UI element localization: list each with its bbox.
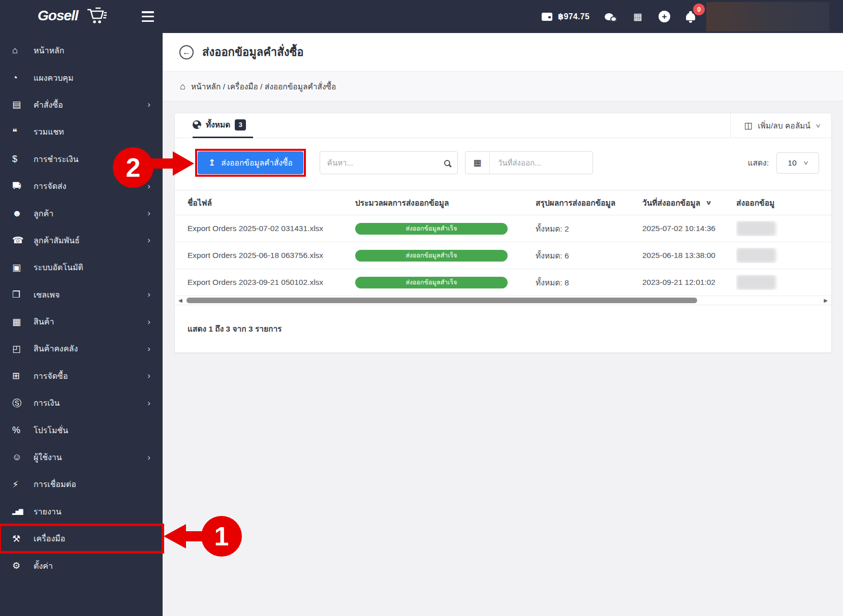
column-header-1: ชื่อไฟล์ bbox=[175, 197, 355, 209]
annotation-arrow-2-head bbox=[173, 151, 194, 176]
sidebar-item-15[interactable]: %โปรโมชั่น bbox=[0, 416, 163, 443]
annotation-arrow-2 bbox=[150, 158, 175, 169]
notification-badge: 0 bbox=[693, 4, 705, 15]
add-icon[interactable]: + bbox=[659, 0, 670, 33]
sidebar-item-label: การเงิน bbox=[34, 397, 147, 409]
sidebar-item-11[interactable]: ▦สินค้า› bbox=[0, 308, 163, 335]
chat-icon[interactable] bbox=[605, 0, 613, 33]
sidebar-item-18[interactable]: ▂▅▇รายงาน bbox=[0, 498, 163, 525]
tools-icon: ⚒ bbox=[12, 533, 34, 544]
scrollbar-track[interactable] bbox=[185, 298, 822, 303]
sidebar-item-8[interactable]: ☎ลูกค้าสัมพันธ์› bbox=[0, 227, 163, 254]
sidebar-item-14[interactable]: Ⓢการเงิน› bbox=[0, 390, 163, 416]
annotation-step-1-badge: 1 bbox=[201, 516, 242, 557]
promotion-icon: % bbox=[12, 425, 34, 436]
search-box bbox=[320, 151, 458, 174]
export-orders-button[interactable]: ↥ ส่งออกข้อมูลคำสั่งซื้อ bbox=[198, 151, 303, 174]
export-date-cell: 2025-07-02 10:14:36 bbox=[642, 224, 736, 233]
app-logo-text: Gosell bbox=[38, 8, 78, 24]
breadcrumb-path: หน้าหลัก / เครื่องมือ / ส่งออกข้อมูลคำสั… bbox=[191, 80, 336, 93]
scroll-right-icon[interactable]: ▶ bbox=[824, 298, 828, 303]
sidebar-item-12[interactable]: ◰สินค้าคงคลัง› bbox=[0, 335, 163, 362]
sidebar-item-16[interactable]: ☺ผู้ใช้งาน› bbox=[0, 444, 163, 471]
sidebar-item-1[interactable]: ⌂หน้าหลัก bbox=[0, 37, 163, 64]
summary-cell: ทั้งหมด: 8 bbox=[536, 276, 642, 289]
add-remove-columns-label: เพิ่ม/ลบ คอลัมน์ bbox=[758, 119, 810, 132]
payment-icon: $ bbox=[12, 154, 34, 165]
chevron-right-icon: › bbox=[147, 289, 150, 300]
export-date-filter[interactable]: ▦ วันที่ส่งออก... bbox=[465, 151, 593, 174]
back-button[interactable]: ← bbox=[179, 45, 194, 59]
table-body: Export Orders 2025-07-02 031431.xlsxส่งอ… bbox=[175, 215, 831, 296]
sidebar-item-label: การจัดซื้อ bbox=[34, 370, 147, 382]
chevron-right-icon: › bbox=[147, 181, 150, 191]
page-size-group: แสดง: 10 ∨ bbox=[748, 152, 819, 174]
column-header-4: วันที่ส่งออกข้อมูล∨ bbox=[642, 197, 736, 209]
sidebar-item-10[interactable]: ❐เซลเพจ› bbox=[0, 281, 163, 308]
top-navbar: Gosell ฿974.75 ▦ + 0 bbox=[0, 0, 843, 33]
table-row-1: Export Orders 2025-07-02 031431.xlsxส่งอ… bbox=[175, 215, 831, 242]
users-icon: ☺ bbox=[12, 452, 34, 463]
sidebar-item-13[interactable]: ⊞การจัดซื้อ› bbox=[0, 363, 163, 390]
tab-all[interactable]: ทั้งหมด 3 bbox=[193, 113, 253, 138]
sidebar-item-3[interactable]: ▤คำสั่งซื้อ› bbox=[0, 91, 163, 118]
table-toolbar: ↥ ส่งออกข้อมูลคำสั่งซื้อ ▦ วันที่ส่งออก.… bbox=[175, 138, 831, 187]
sidebar-item-17[interactable]: ⚡การเชื่อมต่อ bbox=[0, 471, 163, 498]
chevron-right-icon: › bbox=[147, 208, 150, 218]
exported-by-cell bbox=[736, 221, 831, 236]
sort-icon[interactable]: ∨ bbox=[705, 199, 712, 206]
column-header-label: ชื่อไฟล์ bbox=[188, 199, 212, 207]
sidebar-item-7[interactable]: ☻ลูกค้า› bbox=[0, 200, 163, 226]
sidebar-menu: ⌂หน้าหลัก◔แผงควบคุม▤คำสั่งซื้อ›❝รวมแชท$ก… bbox=[0, 33, 163, 616]
chevron-right-icon: › bbox=[147, 452, 150, 463]
page-size-select[interactable]: 10 ∨ bbox=[776, 152, 819, 174]
export-date-placeholder: วันที่ส่งออก... bbox=[490, 157, 541, 169]
chevron-right-icon: › bbox=[147, 317, 150, 327]
column-header-3: สรุปผลการส่งออกข้อมูล bbox=[536, 197, 642, 209]
upload-icon: ↥ bbox=[208, 157, 215, 168]
table-row-2: Export Orders 2025-06-18 063756.xlsxส่งอ… bbox=[175, 242, 831, 269]
chat-icon: ❝ bbox=[12, 126, 34, 138]
search-icon[interactable] bbox=[444, 160, 450, 166]
wallet-icon[interactable] bbox=[542, 0, 552, 33]
status-cell: ส่งออกข้อมูลสำเร็จ bbox=[355, 277, 536, 288]
table-summary: แสดง 1 ถึง 3 จาก 3 รายการ bbox=[175, 305, 831, 352]
chevron-right-icon: › bbox=[147, 398, 150, 408]
bell-icon[interactable] bbox=[686, 0, 695, 33]
sidebar-item-4[interactable]: ❝รวมแชท bbox=[0, 118, 163, 145]
file-name-cell: Export Orders 2025-07-02 031431.xlsx bbox=[175, 224, 355, 233]
status-badge: ส่งออกข้อมูลสำเร็จ bbox=[355, 250, 508, 262]
status-cell: ส่งออกข้อมูลสำเร็จ bbox=[355, 250, 536, 262]
sidebar-item-19[interactable]: ⚒เครื่องมือ bbox=[0, 525, 163, 552]
customers-icon: ☻ bbox=[12, 208, 34, 219]
exported-by-cell bbox=[736, 275, 831, 290]
sidebar-item-label: ลูกค้า bbox=[34, 207, 147, 220]
search-input[interactable] bbox=[327, 158, 444, 167]
sidebar-item-label: หน้าหลัก bbox=[34, 44, 150, 57]
finance-icon: Ⓢ bbox=[12, 397, 34, 409]
home-icon: ⌂ bbox=[180, 81, 185, 92]
scrollbar-thumb[interactable] bbox=[186, 298, 697, 303]
table-header-row: ชื่อไฟล์ประมวลผลการส่งออกข้อมูลสรุปผลการ… bbox=[175, 190, 831, 215]
sidebar-item-2[interactable]: ◔แผงควบคุม bbox=[0, 64, 163, 91]
sidebar-item-9[interactable]: ▣ระบบอัตโนมัติ bbox=[0, 254, 163, 281]
menu-toggle-icon[interactable] bbox=[142, 11, 154, 22]
profile-menu[interactable] bbox=[706, 2, 829, 31]
page-size-label: แสดง: bbox=[748, 156, 769, 169]
sidebar-item-20[interactable]: ⚙ตั้งค่า bbox=[0, 552, 163, 579]
add-remove-columns-button[interactable]: ◫ เพิ่ม/ลบ คอลัมน์ ∨ bbox=[730, 113, 831, 138]
app-logo[interactable]: Gosell bbox=[38, 6, 107, 25]
scroll-left-icon[interactable]: ◀ bbox=[178, 298, 182, 303]
inventory-icon: ◰ bbox=[12, 343, 34, 354]
horizontal-scrollbar[interactable]: ◀ ▶ bbox=[175, 296, 831, 305]
wallet-balance[interactable]: ฿974.75 bbox=[558, 0, 589, 33]
home-icon: ⌂ bbox=[12, 45, 34, 56]
breadcrumb[interactable]: ⌂ หน้าหลัก / เครื่องมือ / ส่งออกข้อมูลคำ… bbox=[163, 71, 843, 102]
status-badge: ส่งออกข้อมูลสำเร็จ bbox=[355, 277, 508, 288]
exported-by-cell bbox=[736, 248, 831, 263]
sidebar-item-label: การเชื่อมต่อ bbox=[34, 478, 150, 491]
calendar-icon: ▦ bbox=[465, 152, 490, 174]
redacted-value bbox=[736, 221, 776, 236]
calculator-icon[interactable]: ▦ bbox=[633, 0, 642, 33]
sidebar-item-label: คำสั่งซื้อ bbox=[34, 99, 147, 111]
